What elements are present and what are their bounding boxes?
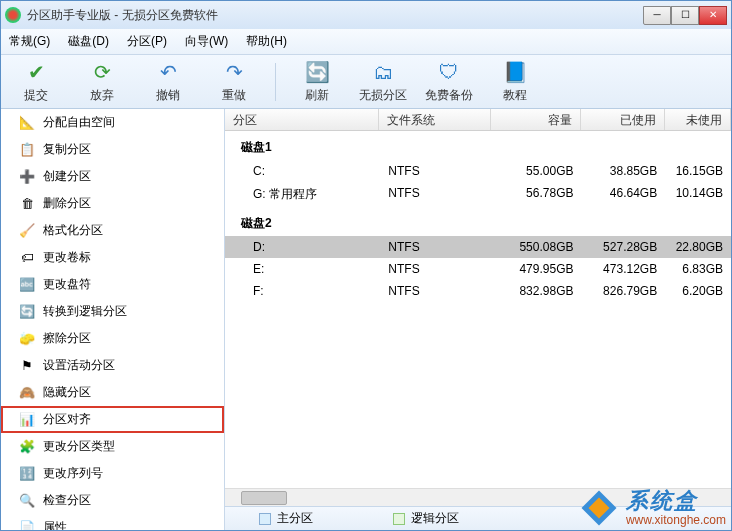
sidebar-item-label: 格式化分区: [43, 222, 103, 239]
sidebar-item-label: 更改分区类型: [43, 438, 115, 455]
cell: NTFS: [380, 186, 492, 203]
sidebar-item-14[interactable]: 🔍检查分区: [1, 487, 224, 514]
sidebar-icon: 🧩: [19, 439, 35, 455]
partition-row[interactable]: E:NTFS479.95GB473.12GB6.83GB: [225, 258, 731, 280]
commit-button[interactable]: ✔提交: [11, 59, 61, 104]
sidebar-icon: 📊: [19, 412, 35, 428]
sidebar-item-label: 分配自由空间: [43, 114, 115, 131]
footer-legend: 主分区 逻辑分区: [225, 506, 731, 530]
primary-swatch: [259, 513, 271, 525]
main-panel: 分区 文件系统 容量 已使用 未使用 磁盘1C:NTFS55.00GB38.85…: [225, 109, 731, 530]
sidebar-item-label: 设置活动分区: [43, 357, 115, 374]
col-used[interactable]: 已使用: [581, 109, 665, 130]
menu-wizard[interactable]: 向导(W): [185, 33, 228, 50]
col-capacity[interactable]: 容量: [491, 109, 580, 130]
sidebar-item-label: 更改卷标: [43, 249, 91, 266]
sidebar-item-label: 属性: [43, 519, 67, 530]
window-controls: ─ ☐ ✕: [643, 6, 727, 25]
cell: 550.08GB: [492, 240, 581, 254]
sidebar-item-9[interactable]: ⚑设置活动分区: [1, 352, 224, 379]
partition-row[interactable]: F:NTFS832.98GB826.79GB6.20GB: [225, 280, 731, 302]
toolbar-separator: [275, 63, 276, 101]
redo-button[interactable]: ↷重做: [209, 59, 259, 104]
col-partition[interactable]: 分区: [225, 109, 379, 130]
lossless-button[interactable]: 🗂无损分区: [358, 59, 408, 104]
sidebar-item-12[interactable]: 🧩更改分区类型: [1, 433, 224, 460]
partition-row[interactable]: D:NTFS550.08GB527.28GB22.80GB: [225, 236, 731, 258]
redo-icon: ↷: [221, 59, 247, 85]
menubar: 常规(G) 磁盘(D) 分区(P) 向导(W) 帮助(H): [1, 29, 731, 55]
app-icon: [5, 7, 21, 23]
sidebar-item-label: 创建分区: [43, 168, 91, 185]
sidebar-icon: 🔍: [19, 493, 35, 509]
col-filesystem[interactable]: 文件系统: [379, 109, 492, 130]
sidebar-icon: 🔢: [19, 466, 35, 482]
sidebar-icon: 🗑: [19, 196, 35, 212]
sidebar-item-label: 擦除分区: [43, 330, 91, 347]
sidebar: 📐分配自由空间📋复制分区➕创建分区🗑删除分区🧹格式化分区🏷更改卷标🔤更改盘符🔄转…: [1, 109, 225, 530]
menu-disk[interactable]: 磁盘(D): [68, 33, 109, 50]
partition-list: 磁盘1C:NTFS55.00GB38.85GB16.15GBG: 常用程序NTF…: [225, 131, 731, 488]
sidebar-icon: 📋: [19, 142, 35, 158]
cell: 22.80GB: [665, 240, 731, 254]
sidebar-item-2[interactable]: ➕创建分区: [1, 163, 224, 190]
menu-general[interactable]: 常规(G): [9, 33, 50, 50]
sidebar-item-11[interactable]: 📊分区对齐: [1, 406, 224, 433]
cell: 55.00GB: [492, 164, 581, 178]
cell: 38.85GB: [581, 164, 665, 178]
menu-help[interactable]: 帮助(H): [246, 33, 287, 50]
cell: 16.15GB: [665, 164, 731, 178]
sidebar-item-7[interactable]: 🔄转换到逻辑分区: [1, 298, 224, 325]
titlebar: 分区助手专业版 - 无损分区免费软件 ─ ☐ ✕: [1, 1, 731, 29]
sidebar-item-label: 更改序列号: [43, 465, 103, 482]
sidebar-item-4[interactable]: 🧹格式化分区: [1, 217, 224, 244]
undo-button[interactable]: ↶撤销: [143, 59, 193, 104]
discard-icon: ⟳: [89, 59, 115, 85]
disk-header[interactable]: 磁盘1: [225, 131, 731, 160]
backup-icon: 🛡: [436, 59, 462, 85]
sidebar-item-1[interactable]: 📋复制分区: [1, 136, 224, 163]
tutorial-button[interactable]: 📘教程: [490, 59, 540, 104]
menu-partition[interactable]: 分区(P): [127, 33, 167, 50]
minimize-button[interactable]: ─: [643, 6, 671, 25]
sidebar-icon: 📐: [19, 115, 35, 131]
scrollbar-thumb[interactable]: [241, 491, 287, 505]
cell: F:: [225, 284, 380, 298]
close-button[interactable]: ✕: [699, 6, 727, 25]
sidebar-item-0[interactable]: 📐分配自由空间: [1, 109, 224, 136]
sidebar-item-13[interactable]: 🔢更改序列号: [1, 460, 224, 487]
cell: 473.12GB: [581, 262, 665, 276]
partition-row[interactable]: C:NTFS55.00GB38.85GB16.15GB: [225, 160, 731, 182]
sidebar-icon: 🧹: [19, 223, 35, 239]
window-title: 分区助手专业版 - 无损分区免费软件: [27, 7, 643, 24]
cell: NTFS: [380, 262, 492, 276]
partition-row[interactable]: G: 常用程序NTFS56.78GB46.64GB10.14GB: [225, 182, 731, 207]
list-header: 分区 文件系统 容量 已使用 未使用: [225, 109, 731, 131]
cell: D:: [225, 240, 380, 254]
backup-button[interactable]: 🛡免费备份: [424, 59, 474, 104]
sidebar-icon: 🙈: [19, 385, 35, 401]
horizontal-scrollbar[interactable]: [225, 488, 731, 506]
sidebar-icon: ⚑: [19, 358, 35, 374]
disk-header[interactable]: 磁盘2: [225, 207, 731, 236]
sidebar-item-6[interactable]: 🔤更改盘符: [1, 271, 224, 298]
sidebar-item-label: 复制分区: [43, 141, 91, 158]
discard-button[interactable]: ⟳放弃: [77, 59, 127, 104]
sidebar-item-15[interactable]: 📄属性: [1, 514, 224, 530]
sidebar-icon: ➕: [19, 169, 35, 185]
sidebar-item-10[interactable]: 🙈隐藏分区: [1, 379, 224, 406]
logical-swatch: [393, 513, 405, 525]
sidebar-item-8[interactable]: 🧽擦除分区: [1, 325, 224, 352]
sidebar-item-label: 隐藏分区: [43, 384, 91, 401]
partition-icon: 🗂: [370, 59, 396, 85]
cell: 6.20GB: [665, 284, 731, 298]
sidebar-item-3[interactable]: 🗑删除分区: [1, 190, 224, 217]
sidebar-item-label: 转换到逻辑分区: [43, 303, 127, 320]
maximize-button[interactable]: ☐: [671, 6, 699, 25]
sidebar-item-5[interactable]: 🏷更改卷标: [1, 244, 224, 271]
col-unused[interactable]: 未使用: [665, 109, 731, 130]
cell: 832.98GB: [492, 284, 581, 298]
refresh-button[interactable]: 🔄刷新: [292, 59, 342, 104]
sidebar-icon: 🏷: [19, 250, 35, 266]
sidebar-icon: 🧽: [19, 331, 35, 347]
